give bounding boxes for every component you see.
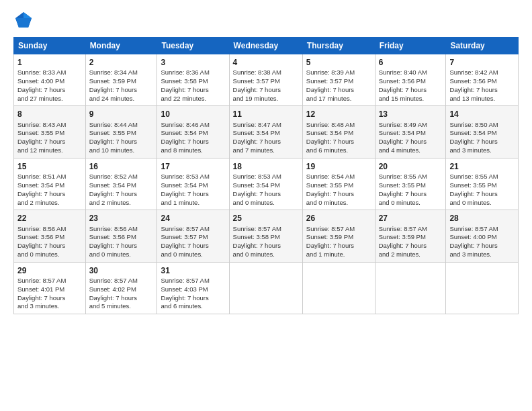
day-number: 23 (89, 213, 154, 224)
calendar-cell: 3Sunrise: 8:36 AM Sunset: 3:58 PM Daylig… (157, 54, 229, 106)
day-info: Sunrise: 8:34 AM Sunset: 3:59 PM Dayligh… (89, 68, 154, 103)
col-header-saturday: Saturday (446, 38, 519, 54)
calendar-cell: 21Sunrise: 8:55 AM Sunset: 3:55 PM Dayli… (446, 158, 519, 210)
day-info: Sunrise: 8:57 AM Sunset: 3:59 PM Dayligh… (306, 225, 371, 259)
day-info: Sunrise: 8:57 AM Sunset: 4:02 PM Dayligh… (89, 277, 154, 311)
day-info: Sunrise: 8:57 AM Sunset: 4:00 PM Dayligh… (449, 225, 515, 259)
day-number: 21 (449, 161, 515, 172)
calendar-cell: 6Sunrise: 8:40 AM Sunset: 3:56 PM Daylig… (375, 54, 446, 106)
day-info: Sunrise: 8:54 AM Sunset: 3:55 PM Dayligh… (306, 173, 371, 207)
day-number: 10 (161, 109, 225, 120)
col-header-wednesday: Wednesday (229, 38, 302, 54)
day-info: Sunrise: 8:44 AM Sunset: 3:55 PM Dayligh… (89, 121, 154, 155)
day-number: 20 (379, 161, 443, 172)
calendar-cell: 8Sunrise: 8:43 AM Sunset: 3:55 PM Daylig… (14, 106, 86, 158)
day-number: 3 (161, 57, 225, 68)
day-info: Sunrise: 8:33 AM Sunset: 4:00 PM Dayligh… (17, 68, 82, 103)
day-info: Sunrise: 8:57 AM Sunset: 3:57 PM Dayligh… (161, 225, 225, 259)
calendar-cell: 31Sunrise: 8:57 AM Sunset: 4:03 PM Dayli… (157, 262, 229, 314)
day-info: Sunrise: 8:57 AM Sunset: 3:58 PM Dayligh… (233, 225, 299, 259)
day-info: Sunrise: 8:49 AM Sunset: 3:54 PM Dayligh… (379, 121, 443, 155)
day-number: 12 (306, 109, 371, 120)
page: SundayMondayTuesdayWednesdayThursdayFrid… (0, 0, 532, 411)
calendar-cell: 20Sunrise: 8:55 AM Sunset: 3:55 PM Dayli… (375, 158, 446, 210)
calendar-cell: 14Sunrise: 8:50 AM Sunset: 3:54 PM Dayli… (446, 106, 519, 158)
calendar-cell: 19Sunrise: 8:54 AM Sunset: 3:55 PM Dayli… (302, 158, 375, 210)
day-number: 27 (379, 213, 443, 224)
calendar-cell: 17Sunrise: 8:53 AM Sunset: 3:54 PM Dayli… (157, 158, 229, 210)
col-header-monday: Monday (85, 38, 157, 54)
day-info: Sunrise: 8:48 AM Sunset: 3:54 PM Dayligh… (306, 121, 371, 155)
day-number: 4 (233, 57, 299, 68)
calendar-table: SundayMondayTuesdayWednesdayThursdayFrid… (13, 37, 519, 314)
day-info: Sunrise: 8:42 AM Sunset: 3:56 PM Dayligh… (449, 68, 515, 103)
svg-marker-1 (24, 12, 32, 18)
calendar-cell: 5Sunrise: 8:39 AM Sunset: 3:57 PM Daylig… (302, 54, 375, 106)
day-number: 14 (449, 109, 515, 120)
calendar-cell: 29Sunrise: 8:57 AM Sunset: 4:01 PM Dayli… (14, 262, 86, 314)
day-number: 18 (233, 161, 299, 172)
calendar-cell: 27Sunrise: 8:57 AM Sunset: 3:59 PM Dayli… (375, 210, 446, 262)
day-number: 9 (89, 109, 154, 120)
day-number: 5 (306, 57, 371, 68)
day-info: Sunrise: 8:50 AM Sunset: 3:54 PM Dayligh… (449, 121, 515, 155)
day-number: 29 (17, 265, 82, 276)
day-number: 17 (161, 161, 225, 172)
day-info: Sunrise: 8:46 AM Sunset: 3:54 PM Dayligh… (161, 121, 225, 155)
day-info: Sunrise: 8:57 AM Sunset: 3:59 PM Dayligh… (379, 225, 443, 259)
day-number: 2 (89, 57, 154, 68)
day-number: 30 (89, 265, 154, 276)
day-info: Sunrise: 8:40 AM Sunset: 3:56 PM Dayligh… (379, 68, 443, 103)
calendar-cell: 26Sunrise: 8:57 AM Sunset: 3:59 PM Dayli… (302, 210, 375, 262)
col-header-thursday: Thursday (302, 38, 375, 54)
calendar-week-row: 8Sunrise: 8:43 AM Sunset: 3:55 PM Daylig… (14, 106, 519, 158)
day-info: Sunrise: 8:51 AM Sunset: 3:54 PM Dayligh… (17, 173, 82, 207)
calendar-cell (446, 262, 519, 314)
calendar-cell: 2Sunrise: 8:34 AM Sunset: 3:59 PM Daylig… (85, 54, 157, 106)
calendar-cell: 12Sunrise: 8:48 AM Sunset: 3:54 PM Dayli… (302, 106, 375, 158)
day-info: Sunrise: 8:52 AM Sunset: 3:54 PM Dayligh… (89, 173, 154, 207)
day-info: Sunrise: 8:55 AM Sunset: 3:55 PM Dayligh… (379, 173, 443, 207)
col-header-sunday: Sunday (14, 38, 86, 54)
logo (13, 10, 36, 30)
calendar-cell (302, 262, 375, 314)
day-number: 24 (161, 213, 225, 224)
calendar-cell: 23Sunrise: 8:56 AM Sunset: 3:56 PM Dayli… (85, 210, 157, 262)
day-number: 16 (89, 161, 154, 172)
calendar-cell: 25Sunrise: 8:57 AM Sunset: 3:58 PM Dayli… (229, 210, 302, 262)
day-number: 25 (233, 213, 299, 224)
day-info: Sunrise: 8:56 AM Sunset: 3:56 PM Dayligh… (17, 225, 82, 259)
day-number: 11 (233, 109, 299, 120)
calendar-cell: 4Sunrise: 8:38 AM Sunset: 3:57 PM Daylig… (229, 54, 302, 106)
calendar-cell: 10Sunrise: 8:46 AM Sunset: 3:54 PM Dayli… (157, 106, 229, 158)
calendar-week-row: 1Sunrise: 8:33 AM Sunset: 4:00 PM Daylig… (14, 54, 519, 106)
day-info: Sunrise: 8:53 AM Sunset: 3:54 PM Dayligh… (233, 173, 299, 207)
day-info: Sunrise: 8:39 AM Sunset: 3:57 PM Dayligh… (306, 68, 371, 103)
day-info: Sunrise: 8:56 AM Sunset: 3:56 PM Dayligh… (89, 225, 154, 259)
day-number: 7 (449, 57, 515, 68)
col-header-tuesday: Tuesday (157, 38, 229, 54)
day-number: 13 (379, 109, 443, 120)
calendar-cell: 7Sunrise: 8:42 AM Sunset: 3:56 PM Daylig… (446, 54, 519, 106)
calendar-cell: 16Sunrise: 8:52 AM Sunset: 3:54 PM Dayli… (85, 158, 157, 210)
day-number: 28 (449, 213, 515, 224)
day-info: Sunrise: 8:55 AM Sunset: 3:55 PM Dayligh… (449, 173, 515, 207)
calendar-cell: 11Sunrise: 8:47 AM Sunset: 3:54 PM Dayli… (229, 106, 302, 158)
calendar-cell: 30Sunrise: 8:57 AM Sunset: 4:02 PM Dayli… (85, 262, 157, 314)
day-info: Sunrise: 8:38 AM Sunset: 3:57 PM Dayligh… (233, 68, 299, 103)
calendar-week-row: 22Sunrise: 8:56 AM Sunset: 3:56 PM Dayli… (14, 210, 519, 262)
day-info: Sunrise: 8:57 AM Sunset: 4:01 PM Dayligh… (17, 277, 82, 311)
day-number: 19 (306, 161, 371, 172)
calendar-cell: 24Sunrise: 8:57 AM Sunset: 3:57 PM Dayli… (157, 210, 229, 262)
day-number: 15 (17, 161, 82, 172)
day-number: 8 (17, 109, 82, 120)
day-number: 1 (17, 57, 82, 68)
calendar-week-row: 29Sunrise: 8:57 AM Sunset: 4:01 PM Dayli… (14, 262, 519, 314)
day-info: Sunrise: 8:47 AM Sunset: 3:54 PM Dayligh… (233, 121, 299, 155)
calendar-cell: 1Sunrise: 8:33 AM Sunset: 4:00 PM Daylig… (14, 54, 86, 106)
logo-icon (13, 10, 34, 30)
day-info: Sunrise: 8:57 AM Sunset: 4:03 PM Dayligh… (161, 277, 225, 311)
calendar-cell (229, 262, 302, 314)
calendar-header-row: SundayMondayTuesdayWednesdayThursdayFrid… (14, 38, 519, 54)
day-number: 22 (17, 213, 82, 224)
